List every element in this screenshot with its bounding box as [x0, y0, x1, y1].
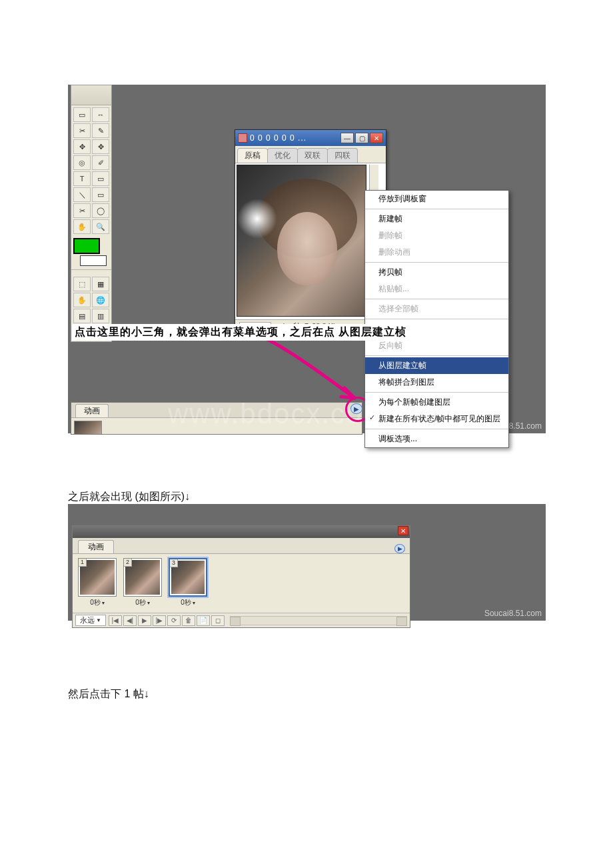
close-button[interactable]: ✕	[370, 133, 383, 143]
menu-separator	[365, 429, 508, 429]
tool-button[interactable]: T	[73, 171, 91, 186]
animation-tab[interactable]: 动画	[78, 540, 114, 553]
window-title: 0 0 0 0 0 0 ...	[250, 133, 306, 143]
panel-flyout-menu: 停放到调板窗新建帧删除帧删除动画拷贝帧粘贴帧...选择全部帧过渡...反向帧从图…	[364, 190, 509, 448]
tool-button[interactable]: ✎	[92, 123, 109, 138]
menu-separator	[365, 392, 508, 393]
animation-panel: ✕ 动画 ▶ 10秒▾20秒▾30秒▾ 永远 ▼ |◀◀|▶|▶⟳🗑📄◻	[72, 525, 410, 628]
loop-dropdown[interactable]: 永远 ▼	[75, 615, 106, 626]
tool-button[interactable]: 🌐	[92, 293, 109, 307]
foreground-color-swatch[interactable]	[73, 238, 100, 254]
animation-frame[interactable]: 20秒▾	[122, 558, 163, 609]
menu-item: 删除动画	[365, 244, 508, 261]
menu-item: 粘贴帧...	[365, 281, 508, 297]
toolbox-header[interactable]	[71, 85, 111, 105]
window-titlebar[interactable]: 0 0 0 0 0 0 ... — ▢ ✕	[235, 130, 386, 146]
app-icon	[238, 133, 247, 143]
tool-button[interactable]: ◯	[92, 203, 109, 218]
figure-2: ✕ 动画 ▶ 10秒▾20秒▾30秒▾ 永远 ▼ |◀◀|▶|▶⟳🗑📄◻ Sou…	[68, 504, 546, 621]
tool-button[interactable]: ▥	[92, 309, 109, 323]
tool-button[interactable]: ▭	[73, 107, 91, 122]
caption-2: 然后点击下 1 帖↓	[68, 687, 613, 701]
tool-button[interactable]: 🔍	[92, 219, 109, 234]
background-color-swatch[interactable]	[80, 255, 107, 266]
menu-separator	[365, 209, 508, 209]
menu-item[interactable]: 新建帧	[365, 211, 508, 227]
animation-tab[interactable]: 动画	[75, 404, 109, 417]
menu-item[interactable]: 将帧拼合到图层	[365, 374, 508, 391]
preview-tab[interactable]: 原稿	[237, 148, 268, 163]
animation-frame[interactable]: 10秒▾	[77, 558, 118, 609]
tool-button[interactable]: ✋	[73, 219, 91, 234]
frame-number: 1	[79, 559, 87, 567]
maximize-button[interactable]: ▢	[355, 133, 368, 143]
animation-panel: 动画	[71, 402, 362, 435]
tool-button[interactable]: ⬚	[73, 277, 91, 291]
annotation-text: 点击这里的小三角，就会弹出有菜单选项，之后在点 从图层建立桢	[72, 324, 432, 341]
panel-menu-trigger[interactable]: ▶	[394, 544, 405, 553]
tool-button[interactable]: ✂	[73, 123, 91, 138]
preview-tab[interactable]: 优化	[267, 148, 298, 163]
playback-button[interactable]: ◀|	[123, 615, 137, 626]
figure-1: ▭↔✂✎✥✥◎✐T▭＼▭✂◯✋🔍 ⬚▦✋🌐▤▥▦⚙ 0 0 0 0 0 0 ..…	[68, 85, 546, 433]
tool-button[interactable]: ✐	[92, 155, 109, 170]
tool-button[interactable]: ▤	[73, 309, 91, 323]
frame-thumb-partial[interactable]	[74, 421, 102, 434]
preview-tabs: 原稿优化双联四联	[235, 146, 386, 163]
menu-separator	[365, 319, 508, 319]
tool-button[interactable]: ✂	[73, 203, 91, 218]
chevron-down-icon: ▼	[96, 617, 101, 623]
playback-button[interactable]: |▶	[153, 615, 166, 626]
playback-button[interactable]: ⟳	[167, 615, 181, 626]
document-window: 0 0 0 0 0 0 ... — ▢ ✕ 原稿优化双联四联	[235, 129, 386, 333]
playback-button[interactable]: ◻	[211, 615, 225, 626]
tool-button[interactable]: ▭	[92, 171, 109, 186]
tool-button[interactable]: ✥	[92, 139, 109, 154]
tool-button[interactable]: ▦	[92, 277, 109, 291]
frame-number: 3	[170, 559, 178, 567]
annotation-arrow	[248, 331, 374, 411]
animation-controls: 永远 ▼ |◀◀|▶|▶⟳🗑📄◻	[73, 613, 410, 627]
tool-button[interactable]: ◎	[73, 155, 91, 170]
menu-item: 删除帧	[365, 227, 508, 244]
playback-button[interactable]: 📄	[197, 615, 210, 626]
tool-button[interactable]: ↔	[92, 107, 109, 122]
frame-delay-dropdown[interactable]: 0秒▾	[181, 597, 195, 609]
chevron-down-icon: ▾	[102, 600, 105, 606]
chevron-down-icon: ▾	[147, 600, 150, 606]
frame-number: 2	[124, 559, 132, 567]
close-button[interactable]: ✕	[398, 526, 408, 535]
panel-menu-trigger[interactable]: ▶	[350, 403, 362, 414]
canvas-image[interactable]	[237, 165, 366, 317]
toolbox-panel: ▭↔✂✎✥✥◎✐T▭＼▭✂◯✋🔍 ⬚▦✋🌐▤▥▦⚙	[71, 85, 112, 342]
frames-strip: 10秒▾20秒▾30秒▾	[73, 554, 410, 613]
menu-item[interactable]: 拷贝帧	[365, 264, 508, 281]
preview-tab[interactable]: 双联	[297, 148, 328, 163]
menu-item[interactable]: 从图层建立帧	[365, 357, 508, 374]
caption-1: 之后就会出现 (如图所示)↓	[68, 490, 613, 504]
chevron-down-icon: ▾	[193, 600, 195, 606]
source-credit: Soucai8.51.com	[484, 609, 542, 618]
menu-item[interactable]: 新建在所有状态/帧中都可见的图层	[365, 411, 508, 427]
playback-button[interactable]: 🗑	[182, 615, 195, 626]
tool-button[interactable]: ＼	[73, 187, 91, 202]
playback-button[interactable]: ▶	[138, 615, 151, 626]
tool-button[interactable]: ▭	[92, 187, 109, 202]
frames-scrollbar[interactable]	[230, 616, 407, 625]
menu-item[interactable]: 停放到调板窗	[365, 191, 508, 207]
tool-button[interactable]: ✋	[73, 293, 91, 307]
panel-header[interactable]: ✕	[73, 526, 410, 538]
menu-item[interactable]: 调板选项...	[365, 431, 508, 447]
preview-tab[interactable]: 四联	[327, 148, 358, 163]
frame-delay-dropdown[interactable]: 0秒▾	[135, 597, 150, 609]
minimize-button[interactable]: —	[340, 133, 354, 143]
menu-item: 选择全部帧	[365, 301, 508, 317]
canvas-area	[235, 163, 386, 319]
menu-item[interactable]: 为每个新帧创建图层	[365, 394, 508, 411]
menu-separator	[365, 262, 508, 263]
frame-delay-dropdown[interactable]: 0秒▾	[90, 597, 105, 609]
menu-separator	[365, 355, 508, 356]
tool-button[interactable]: ✥	[73, 139, 91, 154]
animation-frame[interactable]: 30秒▾	[167, 558, 209, 609]
playback-button[interactable]: |◀	[109, 615, 122, 626]
